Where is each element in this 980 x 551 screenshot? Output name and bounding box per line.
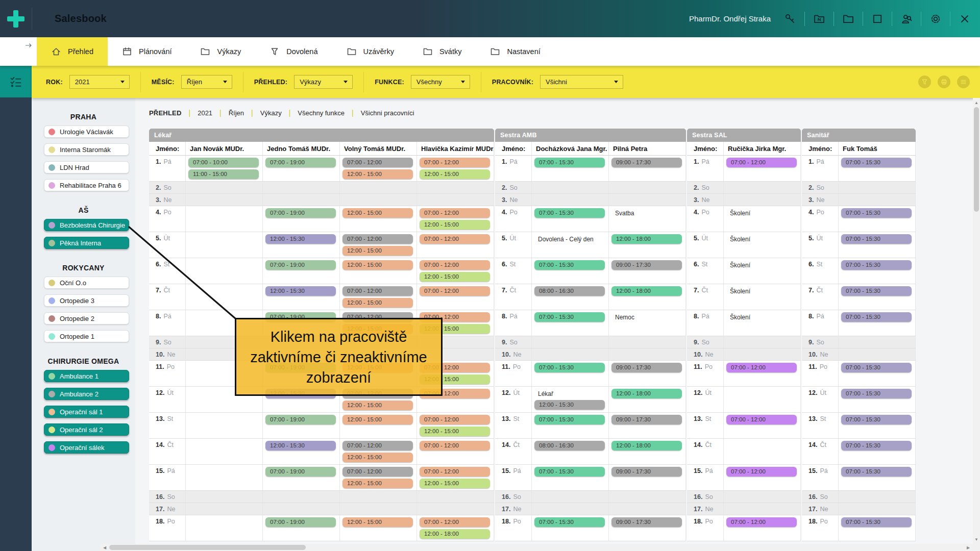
folder-icon[interactable] (842, 13, 854, 25)
shift-chip[interactable]: 07:00 - 19:00 (265, 415, 336, 424)
filter-select[interactable]: Všechny (411, 75, 470, 89)
shift-cell[interactable] (724, 503, 801, 515)
shift-cell[interactable]: 07:00 - 12:00 (724, 156, 801, 181)
shift-cell[interactable]: 12:00 - 18:00 (609, 439, 686, 464)
shift-cell[interactable] (724, 348, 801, 360)
shift-chip[interactable]: 12:00 - 15:00 (342, 246, 413, 256)
shift-chip[interactable]: 07:00 - 15:30 (841, 158, 912, 167)
filter-icon[interactable] (918, 76, 931, 88)
shift-cell[interactable] (609, 194, 686, 206)
shift-cell[interactable]: Školení (724, 206, 801, 232)
shift-chip[interactable]: 07:00 - 15:30 (534, 208, 605, 218)
shift-cell[interactable] (186, 503, 263, 515)
sidebar-item-ambulance-2[interactable]: Ambulance 2 (44, 388, 129, 400)
shift-chip[interactable]: 08:00 - 16:30 (534, 286, 605, 296)
arrow-right-icon[interactable] (24, 41, 34, 51)
shift-cell[interactable]: 12:00 - 15:30 (263, 284, 340, 310)
shift-cell[interactable] (417, 182, 494, 193)
shift-cell[interactable]: 07:00 - 12:00 (724, 413, 801, 438)
shift-chip[interactable]: 07:00 - 10:00 (188, 158, 259, 167)
shift-cell[interactable]: 07:00 - 15:30 (532, 258, 609, 284)
shift-chip[interactable]: 12:00 - 15:30 (265, 441, 336, 450)
shift-cell[interactable] (532, 194, 609, 206)
shift-cell[interactable] (609, 348, 686, 360)
shift-cell[interactable] (186, 206, 263, 232)
shift-cell[interactable]: 07:00 - 12:00 (724, 465, 801, 490)
sidebar-item-operační-sál-1[interactable]: Operační sál 1 (44, 406, 129, 418)
shift-chip[interactable]: 07:00 - 19:00 (265, 467, 336, 477)
shift-cell[interactable] (186, 491, 263, 503)
shift-cell[interactable]: 07:00 - 10:0011:00 - 15:00 (186, 156, 263, 181)
shift-cell[interactable] (186, 182, 263, 193)
close-icon[interactable] (959, 13, 971, 25)
shift-cell[interactable]: 07:00 - 15:30 (839, 232, 916, 258)
filter-select[interactable]: Říjen (181, 75, 232, 89)
shift-cell[interactable] (532, 182, 609, 193)
shift-cell[interactable]: 12:00 - 15:00 (340, 258, 417, 284)
shift-chip[interactable]: 07:00 - 19:00 (265, 208, 336, 218)
shift-cell[interactable]: 07:00 - 15:30 (839, 258, 916, 284)
sidebar-item-interna-staromák[interactable]: Interna Staromák (44, 143, 129, 156)
gear-icon[interactable] (929, 13, 942, 25)
shift-cell[interactable]: 07:00 - 12:00 (724, 515, 801, 541)
scroll-up-icon[interactable]: ▲ (973, 99, 980, 106)
shift-cell[interactable] (532, 503, 609, 515)
shift-cell[interactable] (417, 194, 494, 206)
shift-chip[interactable]: 07:00 - 12:00 (420, 208, 490, 218)
shift-chip[interactable]: 11:00 - 15:00 (188, 169, 259, 179)
shift-cell[interactable] (186, 194, 263, 206)
shift-cell[interactable]: 07:00 - 15:30 (532, 310, 609, 336)
sidebar-item-rehabilitace-praha-6[interactable]: Rehabilitace Praha 6 (44, 179, 129, 191)
shift-cell[interactable]: 07:00 - 12:0012:00 - 15:00 (340, 465, 417, 490)
shift-cell[interactable] (532, 348, 609, 360)
tab-nastavení[interactable]: Nastavení (476, 37, 554, 66)
shift-chip[interactable]: 09:00 - 17:30 (611, 415, 682, 424)
shift-chip[interactable]: 07:00 - 15:30 (841, 312, 912, 322)
shift-cell[interactable]: 07:00 - 12:00 (417, 232, 494, 258)
shift-chip[interactable]: 07:00 - 15:30 (534, 312, 605, 322)
sidebar-item-ldn-hrad[interactable]: LDN Hrad (44, 161, 129, 173)
shift-cell[interactable]: 07:00 - 15:30 (532, 206, 609, 232)
shift-cell[interactable]: Školení (724, 284, 801, 310)
shift-chip[interactable]: 07:00 - 15:30 (841, 467, 912, 477)
vertical-scroll-thumb[interactable] (974, 107, 979, 212)
shift-cell[interactable]: Lékař12:00 - 15:30 (532, 387, 609, 412)
folder-n-icon[interactable] (813, 13, 825, 25)
shift-cell[interactable]: 08:00 - 16:30 (532, 284, 609, 310)
shift-cell[interactable]: 07:00 - 15:30 (839, 439, 916, 464)
shift-chip[interactable]: 12:00 - 15:00 (342, 169, 413, 179)
shift-cell[interactable] (186, 284, 263, 310)
shift-chip[interactable]: 12:00 - 18:00 (611, 389, 682, 398)
shift-cell[interactable]: 07:00 - 15:30 (839, 465, 916, 490)
shift-cell[interactable]: Dovolená - Celý den (532, 232, 609, 258)
filter-select[interactable]: Všichni (540, 75, 623, 89)
vertical-scrollbar[interactable]: ▲ ▼ (973, 98, 980, 544)
shift-cell[interactable] (186, 258, 263, 284)
filter-select[interactable]: Výkazy (294, 75, 353, 89)
sidebar-item-ortopedie-2[interactable]: Ortopedie 2 (44, 312, 129, 324)
print-icon[interactable] (938, 76, 950, 88)
shift-cell[interactable] (186, 413, 263, 438)
shift-cell[interactable] (839, 336, 916, 348)
shift-cell[interactable] (263, 491, 340, 503)
checklist-icon[interactable] (0, 66, 32, 97)
shift-cell[interactable]: Školení (724, 258, 801, 284)
shift-cell[interactable]: 12:00 - 18:00 (609, 284, 686, 310)
shift-chip[interactable]: 12:00 - 15:00 (342, 453, 413, 462)
shift-cell[interactable] (839, 182, 916, 193)
scroll-left-icon[interactable]: ◀ (101, 544, 108, 551)
shift-cell[interactable]: 07:00 - 15:30 (532, 465, 609, 490)
sidebar-item-operační-sál-2[interactable]: Operační sál 2 (44, 423, 129, 436)
shift-chip[interactable]: 07:00 - 15:30 (841, 208, 912, 218)
shift-chip[interactable]: 12:00 - 15:00 (342, 479, 413, 488)
shift-cell[interactable]: Svatba (609, 206, 686, 232)
shift-chip[interactable]: 07:00 - 15:30 (841, 517, 912, 527)
shift-chip[interactable]: 07:00 - 19:00 (265, 158, 336, 167)
shift-cell[interactable] (186, 232, 263, 258)
shift-cell[interactable]: 07:00 - 12:0012:00 - 15:00 (340, 156, 417, 181)
shift-cell[interactable]: 07:00 - 12:00 (417, 284, 494, 310)
shift-chip[interactable]: 12:00 - 15:00 (420, 427, 490, 436)
shift-chip[interactable]: 07:00 - 12:00 (342, 234, 413, 244)
shift-chip[interactable]: 07:00 - 12:00 (420, 286, 490, 296)
shift-cell[interactable] (609, 503, 686, 515)
